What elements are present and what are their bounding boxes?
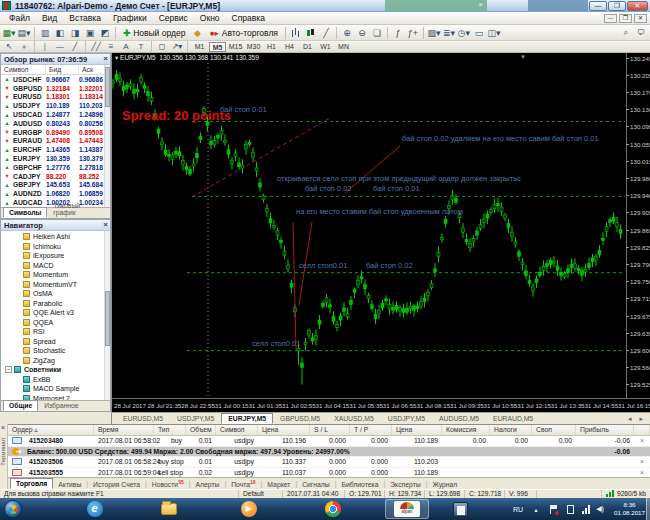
terminal-tab-История Счета[interactable]: История Счета xyxy=(88,480,145,489)
market-watch-row-EURUSD[interactable]: ▼EURUSD1.183011.18314 xyxy=(1,93,110,102)
navigator-item-OsMA[interactable]: OsMA xyxy=(1,289,110,299)
text-icon[interactable]: A xyxy=(119,40,133,53)
child-minimize-button[interactable]: — xyxy=(604,14,617,23)
terminal-column-Объем[interactable]: Объем xyxy=(186,425,216,435)
navigator-item-Parabolic[interactable]: Parabolic xyxy=(1,299,110,309)
navigator-item-Momentum[interactable]: Momentum xyxy=(1,270,110,280)
new-chart-icon[interactable]: ▦▾ xyxy=(2,26,16,39)
timeframe-H4[interactable]: H4 xyxy=(281,42,298,52)
navigator-item-MomentumVT[interactable]: MomentumVT xyxy=(1,280,110,290)
action-center-flag-icon[interactable] xyxy=(548,498,560,520)
timeframe-M15[interactable]: M15 xyxy=(227,42,244,52)
terminal-column-Своп[interactable]: Своп xyxy=(532,425,576,435)
market-watch-row-USDCHF[interactable]: ▲USDCHF0.966670.96686 xyxy=(1,75,110,84)
market-watch-row-GBPCHF[interactable]: ▲GBPCHF1.277761.27818 xyxy=(1,163,110,172)
navigator-item-ExBB[interactable]: ExBB xyxy=(1,375,110,385)
market-watch-row-USDCAD[interactable]: ▲USDCAD1.248771.24896 xyxy=(1,110,110,119)
cursor-icon[interactable]: ↖ xyxy=(2,40,16,53)
market-watch-row-AUDUSD[interactable]: ▲AUDUSD0.802430.80256 xyxy=(1,119,110,128)
chart-tab-XAUUSD,M5[interactable]: XAUUSD,M5 xyxy=(327,413,381,424)
line-chart-icon[interactable]: ╱ xyxy=(319,26,333,39)
terminal-column-Тип[interactable]: Тип xyxy=(154,425,186,435)
zoom-in-icon[interactable]: ⊕ xyxy=(340,26,354,39)
tray-expand-icon[interactable]: ▴ xyxy=(530,498,542,520)
navigator-item-RSI[interactable]: RSI xyxy=(1,327,110,337)
navigator-item-Ichimoku[interactable]: Ichimoku xyxy=(1,242,110,252)
autoscroll-clock-icon[interactable]: ◷▾ xyxy=(457,26,471,39)
timeframe-H1[interactable]: H1 xyxy=(263,42,280,52)
chart-tab-GBPUSD,M5[interactable]: GBPUSD,M5 xyxy=(273,413,327,424)
timeframe-M1[interactable]: M1 xyxy=(191,42,208,52)
new-order-button[interactable]: ✚Новый ордер xyxy=(119,26,189,40)
terminal-column-Прибыль[interactable]: Прибыль xyxy=(576,425,634,435)
navigator-item-MACD Sample[interactable]: MACD Sample xyxy=(1,384,110,394)
terminal-tab-Журнал[interactable]: Журнал xyxy=(427,480,462,489)
terminal-tab-Торговля[interactable]: Торговля xyxy=(10,478,53,489)
menu-Сервис[interactable]: Сервис xyxy=(153,13,194,23)
clipboard-tray-icon[interactable] xyxy=(564,498,576,520)
navigator-scrollbar[interactable] xyxy=(104,231,110,400)
collapse-icon[interactable]: − xyxy=(5,366,12,373)
child-restore-button[interactable]: ❐ xyxy=(619,14,632,23)
market-watch-row-AUDNZD[interactable]: ▲AUDNZD1.068201.06859 xyxy=(1,189,110,198)
chrome-icon[interactable] xyxy=(324,501,341,517)
terminal-column-Ордер[interactable]: Ордер ▵ xyxy=(8,425,94,435)
navigator-item-ZigZag[interactable]: ZigZag xyxy=(1,356,110,366)
restore-button[interactable]: ❐ xyxy=(608,1,626,11)
timeframe-D1[interactable]: D1 xyxy=(299,42,316,52)
arrow-tools-icon[interactable]: ↗▾ xyxy=(170,40,184,53)
terminal-column-Комиссия[interactable]: Комиссия xyxy=(442,425,490,435)
navigator-tab-Избранное[interactable]: Избранное xyxy=(38,400,84,411)
vertical-line-icon[interactable]: ｜ xyxy=(38,40,52,53)
indicators-list-icon[interactable]: ƒ xyxy=(391,26,405,39)
show-desktop-button[interactable] xyxy=(646,498,650,520)
menu-Графики[interactable]: Графики xyxy=(107,13,153,23)
notes-app-icon[interactable] xyxy=(452,501,469,517)
navigator-item-Spread[interactable]: Spread xyxy=(1,337,110,347)
chart-tab-AUDUSD,M5[interactable]: AUDUSD,M5 xyxy=(432,413,486,424)
menu-Справка[interactable]: Справка xyxy=(226,13,271,23)
menu-Файл[interactable]: Файл xyxy=(3,13,36,23)
market-watch-tab-Символы[interactable]: Символы xyxy=(3,207,47,218)
menu-Окно[interactable]: Окно xyxy=(194,13,226,23)
alpari-terminal-taskbar-button[interactable]: alpari xyxy=(385,499,429,519)
navigator-toggle-icon[interactable]: ◨ xyxy=(68,26,82,39)
close-order-icon[interactable]: × xyxy=(634,458,650,465)
chart-shift-icon[interactable]: ▭ xyxy=(472,26,486,39)
chat-icon[interactable]: 🗩 xyxy=(634,26,648,39)
timeframe-M30[interactable]: M30 xyxy=(245,42,262,52)
windows-explorer-icon[interactable] xyxy=(160,501,177,517)
minimize-button[interactable]: — xyxy=(589,1,607,11)
navigator-group-experts[interactable]: −Советники xyxy=(1,365,110,375)
start-button[interactable] xyxy=(4,500,22,518)
close-order-icon[interactable]: × xyxy=(634,469,650,476)
candlestick-plot[interactable]: Spread: 20 pointsбай стоп 0.01бай стоп 0… xyxy=(112,63,626,398)
volume-icon[interactable]: ◀) xyxy=(594,498,606,520)
templates-icon[interactable]: ▨▾ xyxy=(427,26,441,39)
close-button[interactable]: ✕ xyxy=(627,1,648,11)
terminal-order-row[interactable]: 4152035062017.08.01 06:58:24buy stop0.01… xyxy=(8,457,650,468)
terminal-column-Время[interactable]: Время xyxy=(94,425,154,435)
navigator-item-MACD[interactable]: MACD xyxy=(1,261,110,271)
navigator-item-Stochastic[interactable]: Stochastic xyxy=(1,346,110,356)
chart-properties-icon[interactable]: ◫▾ xyxy=(487,26,501,39)
terminal-tab-Активы[interactable]: Активы xyxy=(53,480,86,489)
terminal-tab-Алерты[interactable]: Алерты xyxy=(190,480,224,489)
close-icon[interactable]: × xyxy=(103,54,108,63)
market-watch-row-EURGBP[interactable]: ▼EURGBP0.894900.89508 xyxy=(1,128,110,137)
terminal-tab-Библиотека[interactable]: Библиотека xyxy=(337,480,384,489)
terminal-column-Цена[interactable]: Цена xyxy=(258,425,310,435)
market-watch-row-CADJPY[interactable]: ▼CADJPY88.22088.252 xyxy=(1,172,110,181)
terminal-column-T / P[interactable]: T / P xyxy=(350,425,392,435)
metaeditor-icon[interactable]: ◆ xyxy=(190,26,204,39)
zoom-out-icon[interactable]: ⊖ xyxy=(355,26,369,39)
navigator-item-QQE Alert v3[interactable]: QQE Alert v3 xyxy=(1,308,110,318)
chart-tab-EURUSD,M5[interactable]: EURUSD,M5 xyxy=(116,413,170,424)
close-order-icon[interactable]: × xyxy=(634,437,650,444)
terminal-column-Налоги[interactable]: Налоги xyxy=(490,425,532,435)
status-profile[interactable]: Default xyxy=(238,490,282,498)
terminal-column-S / L[interactable]: S / L xyxy=(310,425,350,435)
market-watch-row-EURJPY[interactable]: ▲EURJPY130.359130.379 xyxy=(1,154,110,163)
periods-icon[interactable]: ≣▾ xyxy=(442,26,456,39)
chart-tab-EURJPY,M5[interactable]: EURJPY,M5 xyxy=(221,413,273,424)
